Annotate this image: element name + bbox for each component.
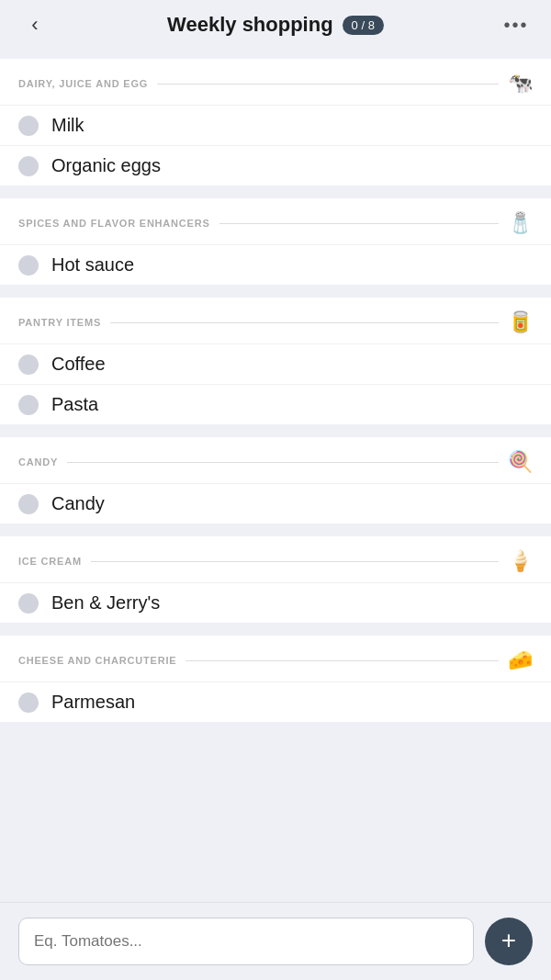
back-button[interactable]: ‹ — [18, 13, 51, 37]
more-button[interactable]: ••• — [500, 15, 533, 36]
section-label-spices: SPICES AND FLAVOR ENHANCERS — [18, 218, 210, 229]
section-cheese: CHEESE AND CHARCUTERIE🧀Parmesan — [0, 636, 551, 722]
item-checkbox-spices-0[interactable] — [18, 255, 39, 276]
item-text-icecream-0: Ben & Jerry's — [51, 592, 160, 614]
header-center: Weekly shopping 0 / 8 — [167, 13, 384, 37]
section-emoji-icecream: 🍦 — [508, 549, 533, 573]
section-header-dairy: DAIRY, JUICE AND EGG🐄 — [0, 59, 551, 105]
item-row-dairy-1: Organic eggs — [0, 145, 551, 186]
item-checkbox-pantry-0[interactable] — [18, 355, 39, 375]
plus-icon: + — [501, 928, 516, 953]
item-checkbox-dairy-0[interactable] — [18, 116, 39, 136]
item-row-pantry-1: Pasta — [0, 384, 551, 424]
add-item-input[interactable] — [18, 918, 474, 965]
item-text-dairy-0: Milk — [51, 115, 84, 136]
section-label-dairy: DAIRY, JUICE AND EGG — [18, 78, 148, 89]
item-row-candy-0: Candy — [0, 483, 551, 524]
section-emoji-candy: 🍭 — [508, 450, 533, 474]
item-checkbox-pantry-1[interactable] — [18, 395, 39, 415]
item-row-pantry-0: Coffee — [0, 344, 551, 384]
header: ‹ Weekly shopping 0 / 8 ••• — [0, 0, 551, 50]
section-emoji-dairy: 🐄 — [508, 72, 533, 96]
item-row-dairy-0: Milk — [0, 105, 551, 145]
item-checkbox-icecream-0[interactable] — [18, 593, 39, 614]
section-line-spices — [219, 223, 499, 224]
item-text-pantry-1: Pasta — [51, 394, 98, 415]
section-emoji-pantry: 🥫 — [508, 310, 533, 334]
section-header-pantry: PANTRY ITEMS🥫 — [0, 298, 551, 344]
item-row-icecream-0: Ben & Jerry's — [0, 582, 551, 623]
content-scroll: DAIRY, JUICE AND EGG🐄MilkOrganic eggsSPI… — [0, 50, 551, 902]
item-text-spices-0: Hot sauce — [51, 254, 134, 276]
section-candy: CANDY🍭Candy — [0, 437, 551, 524]
item-text-cheese-0: Parmesan — [51, 692, 135, 713]
progress-badge: 0 / 8 — [343, 16, 384, 35]
footer: + — [0, 902, 551, 980]
section-line-cheese — [186, 660, 499, 661]
section-line-pantry — [110, 322, 499, 323]
section-header-cheese: CHEESE AND CHARCUTERIE🧀 — [0, 636, 551, 681]
add-item-button[interactable]: + — [485, 918, 533, 965]
item-text-pantry-0: Coffee — [51, 354, 106, 375]
item-text-candy-0: Candy — [51, 493, 105, 514]
section-line-icecream — [91, 561, 499, 562]
section-icecream: ICE CREAM🍦Ben & Jerry's — [0, 536, 551, 623]
page-title: Weekly shopping — [167, 13, 333, 37]
section-header-spices: SPICES AND FLAVOR ENHANCERS🧂 — [0, 198, 551, 244]
section-label-icecream: ICE CREAM — [18, 556, 82, 567]
section-emoji-cheese: 🧀 — [508, 648, 533, 672]
item-checkbox-cheese-0[interactable] — [18, 693, 39, 713]
item-row-cheese-0: Parmesan — [0, 681, 551, 722]
section-spices: SPICES AND FLAVOR ENHANCERS🧂Hot sauce — [0, 198, 551, 285]
item-checkbox-candy-0[interactable] — [18, 494, 39, 514]
item-text-dairy-1: Organic eggs — [51, 155, 161, 176]
item-row-spices-0: Hot sauce — [0, 244, 551, 285]
section-line-dairy — [157, 84, 499, 84]
section-header-icecream: ICE CREAM🍦 — [0, 536, 551, 582]
section-emoji-spices: 🧂 — [508, 211, 533, 235]
section-dairy: DAIRY, JUICE AND EGG🐄MilkOrganic eggs — [0, 59, 551, 186]
section-label-cheese: CHEESE AND CHARCUTERIE — [18, 655, 176, 666]
item-checkbox-dairy-1[interactable] — [18, 156, 39, 176]
section-label-pantry: PANTRY ITEMS — [18, 317, 101, 328]
section-line-candy — [67, 462, 499, 463]
section-pantry: PANTRY ITEMS🥫CoffeePasta — [0, 298, 551, 424]
section-label-candy: CANDY — [18, 456, 58, 467]
section-header-candy: CANDY🍭 — [0, 437, 551, 483]
